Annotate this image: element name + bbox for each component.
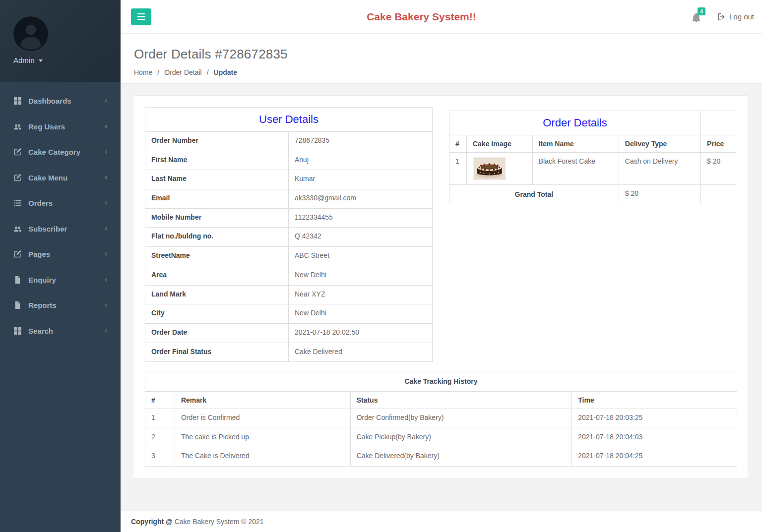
table-row: 2 The cake is Picked up. Cake Pickup(by … <box>145 428 737 447</box>
sidebar-item-label: Cake Menu <box>28 174 104 182</box>
file-icon <box>13 301 22 309</box>
table-row: Order Number728672835 <box>145 132 433 151</box>
chevron-left-icon <box>104 227 109 231</box>
chevron-left-icon <box>104 150 109 154</box>
table-row: Emailak3330@gmail.com <box>145 189 433 209</box>
file-icon <box>13 276 22 284</box>
table-row: StreetNameABC Street <box>145 247 433 266</box>
sidebar-item-label: Reg Users <box>28 122 104 131</box>
sidebar-item-reports[interactable]: Reports <box>0 293 121 318</box>
avatar[interactable] <box>13 16 48 51</box>
grid-icon <box>13 97 22 105</box>
details-card: User Details Order Number728672835 First… <box>133 95 748 478</box>
table-header-row: # Cake Image Item Name Delivey Type Pric… <box>449 135 736 153</box>
app-window: Admin Dashboards Reg Users Cake Category <box>0 0 762 532</box>
footer-copyright-text: Cake Bakery System © 2021 <box>175 518 264 526</box>
sidebar-item-orders[interactable]: Orders <box>0 190 121 216</box>
caret-down-icon <box>39 59 43 62</box>
sidebar-item-pages[interactable]: Pages <box>0 241 121 267</box>
chevron-left-icon <box>104 201 109 205</box>
breadcrumb-home[interactable]: Home <box>134 68 152 76</box>
grand-total-row: Grand Total $ 20 <box>449 185 736 204</box>
tracking-history-table: Cake Tracking History # Remark Status Ti… <box>145 372 737 467</box>
table-row: Order Final StatusCake Delivered <box>145 343 433 362</box>
top-navbar: Cake Bakery System!! 4 Log out <box>121 0 762 34</box>
edit-icon <box>13 250 22 258</box>
table-row: 3 The Cake is Delivered Cake Delivered(b… <box>145 447 737 467</box>
sidebar-item-dashboards[interactable]: Dashboards <box>0 88 121 114</box>
cake-photo <box>473 157 506 180</box>
chevron-left-icon <box>104 252 109 256</box>
navbar-right: 4 Log out <box>692 11 754 23</box>
order-details-table: Order Details # Cake Image Item Name Del… <box>449 111 736 204</box>
logout-label: Log out <box>729 12 754 21</box>
footer-copyright-bold: Copyright @ <box>131 518 173 526</box>
chevron-left-icon <box>104 278 109 282</box>
person-icon <box>13 16 48 51</box>
sidebar-item-search[interactable]: Search <box>0 318 121 344</box>
sidebar-item-label: Dashboards <box>28 97 104 105</box>
table-row: Order Date2021-07-18 20:02:50 <box>145 323 433 343</box>
tracking-title: Cake Tracking History <box>145 372 737 392</box>
sidebar: Admin Dashboards Reg Users Cake Category <box>0 0 121 532</box>
page-title: Order Details #728672835 <box>134 47 750 62</box>
logout-icon <box>717 13 725 21</box>
notification-badge: 4 <box>698 7 705 15</box>
page-header: Order Details #728672835 Home / Order De… <box>121 34 762 84</box>
table-row: First NameAnuj <box>145 151 433 170</box>
sidebar-menu: Dashboards Reg Users Cake Category Cake … <box>0 82 121 344</box>
edit-icon <box>13 148 22 156</box>
chevron-left-icon <box>104 124 109 129</box>
table-row: AreaNew Delhi <box>145 266 433 285</box>
breadcrumb: Home / Order Detail / Update <box>134 68 750 76</box>
main-area: Cake Bakery System!! 4 Log out Order Det… <box>121 0 762 532</box>
user-details-title: User Details <box>145 108 433 132</box>
sidebar-item-subscriber[interactable]: Subscriber <box>0 216 121 242</box>
footer: Copyright @Cake Bakery System © 2021 <box>121 511 762 532</box>
brand-title: Cake Bakery System!! <box>151 11 692 23</box>
table-row: 1 <box>449 153 736 185</box>
sidebar-item-label: Pages <box>28 250 104 258</box>
sidebar-item-label: Search <box>28 327 104 335</box>
sidebar-item-cake-category[interactable]: Cake Category <box>0 139 121 165</box>
sidebar-toggle-button[interactable] <box>131 8 151 25</box>
sidebar-item-label: Cake Category <box>28 148 104 156</box>
list-icon <box>13 199 22 207</box>
breadcrumb-separator: / <box>157 68 159 76</box>
sidebar-item-cake-menu[interactable]: Cake Menu <box>0 165 121 191</box>
sidebar-item-label: Reports <box>28 301 104 309</box>
chevron-left-icon <box>104 303 109 307</box>
table-row: 1 Order is Confirmed Order Confirmed(by … <box>145 409 737 428</box>
grid-icon <box>13 327 22 335</box>
sidebar-item-enquiry[interactable]: Enquiry <box>0 267 121 293</box>
breadcrumb-current: Update <box>214 68 237 76</box>
logout-button[interactable]: Log out <box>717 12 754 21</box>
breadcrumb-order-detail[interactable]: Order Detail <box>164 68 201 76</box>
chevron-left-icon <box>104 329 109 333</box>
users-icon <box>13 225 22 233</box>
grand-total-value: $ 20 <box>619 185 700 204</box>
table-row: Last NameKumar <box>145 170 433 189</box>
admin-label: Admin <box>13 56 35 64</box>
table-row: Land MarkNear XYZ <box>145 285 433 304</box>
table-header-row: # Remark Status Time <box>145 391 737 409</box>
tables-row: User Details Order Number728672835 First… <box>145 107 736 362</box>
sidebar-profile: Admin <box>0 0 121 82</box>
breadcrumb-separator: / <box>207 68 209 76</box>
sidebar-item-label: Orders <box>28 199 104 207</box>
hamburger-icon <box>137 13 145 15</box>
table-row: Flat no./buldng no.Q 42342 <box>145 228 433 247</box>
order-details-title: Order Details <box>449 111 701 135</box>
grand-total-label: Grand Total <box>449 185 619 204</box>
users-icon <box>13 122 22 131</box>
sidebar-item-label: Enquiry <box>28 276 104 284</box>
user-details-table: User Details Order Number728672835 First… <box>145 107 433 362</box>
chevron-left-icon <box>104 99 109 103</box>
sidebar-item-label: Subscriber <box>28 225 104 233</box>
sidebar-item-reg-users[interactable]: Reg Users <box>0 114 121 140</box>
content-area: User Details Order Number728672835 First… <box>121 84 762 511</box>
table-row: CityNew Delhi <box>145 304 433 324</box>
admin-dropdown[interactable]: Admin <box>13 56 121 64</box>
notifications-button[interactable]: 4 <box>692 11 702 23</box>
chevron-left-icon <box>104 176 109 180</box>
